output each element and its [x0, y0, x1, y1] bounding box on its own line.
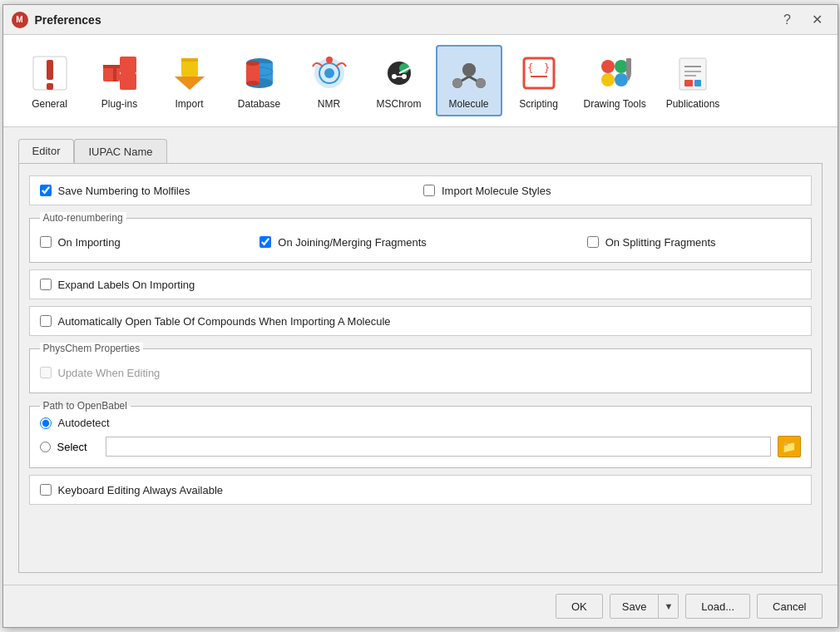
update-when-editing-check[interactable]: Update When Editing: [40, 367, 801, 379]
folder-icon: 📁: [782, 440, 796, 453]
svg-rect-17: [246, 63, 259, 83]
tabs: Editor IUPAC Name: [18, 139, 823, 163]
save-numbering-label: Save Numbering to Molfiles: [58, 185, 190, 197]
expand-labels-check[interactable]: Expand Labels On Importing: [40, 279, 801, 291]
svg-rect-7: [120, 73, 136, 90]
physchem-group: PhysChem Properties Update When Editing: [29, 343, 812, 393]
svg-point-18: [246, 61, 259, 66]
ok-button[interactable]: OK: [556, 594, 603, 619]
keyboard-editing-check[interactable]: Keyboard Editing Always Available: [40, 484, 801, 496]
database-icon: [238, 52, 281, 95]
mschrom-label: MSChrom: [376, 98, 421, 110]
on-importing-label: On Importing: [58, 236, 121, 249]
footer: OK Save ▼ Load... Cancel: [3, 585, 838, 627]
window-title: Preferences: [35, 13, 101, 27]
save-button[interactable]: Save: [610, 595, 660, 618]
select-radio[interactable]: [40, 442, 51, 452]
svg-point-42: [601, 60, 615, 73]
import-molecule-styles-check[interactable]: Import Molecule Styles: [423, 185, 801, 197]
on-importing-check[interactable]: On Importing: [40, 236, 254, 249]
expand-labels-checkbox[interactable]: [40, 279, 52, 290]
sidebar-item-database[interactable]: Database: [226, 45, 293, 116]
save-numbering-checkbox[interactable]: [40, 185, 52, 196]
openbabel-legend: Path to OpenBabel: [40, 400, 131, 412]
plugins-label: Plug-ins: [101, 98, 137, 110]
save-numbering-check[interactable]: Save Numbering to Molfiles: [40, 185, 418, 197]
svg-rect-5: [103, 65, 120, 68]
sidebar-item-drawing-tools[interactable]: Drawing Tools: [576, 45, 655, 116]
folder-browse-button[interactable]: 📁: [778, 436, 801, 457]
on-splitting-check[interactable]: On Splitting Fragments: [587, 236, 801, 249]
save-dropdown-button[interactable]: ▼: [659, 595, 678, 618]
auto-open-table-label: Automatically Open Table Of Compounds Wh…: [58, 315, 391, 328]
title-bar: M Preferences ? ✕: [3, 5, 838, 35]
load-button[interactable]: Load...: [685, 594, 750, 619]
on-joining-checkbox[interactable]: [259, 236, 271, 248]
content-area: Editor IUPAC Name Save Numbering to Molf…: [3, 127, 838, 585]
sidebar-item-plugins[interactable]: Plug-ins: [86, 45, 153, 116]
svg-point-19: [246, 81, 259, 86]
svg-point-45: [615, 73, 628, 86]
nmr-label: NMR: [318, 98, 340, 110]
update-when-editing-checkbox: [40, 367, 52, 378]
import-label: Import: [175, 98, 203, 110]
scripting-label: Scripting: [519, 98, 558, 110]
sidebar-item-scripting[interactable]: { } Scripting: [506, 45, 572, 116]
sidebar-item-general[interactable]: General: [17, 45, 83, 116]
svg-point-36: [476, 78, 486, 88]
drawing-tools-label: Drawing Tools: [584, 98, 646, 110]
nmr-icon: [308, 52, 351, 95]
svg-rect-46: [626, 58, 631, 75]
openbabel-inner: Autodetect Select 📁: [40, 417, 801, 457]
publications-label: Publications: [666, 98, 720, 110]
autodetect-row[interactable]: Autodetect: [40, 417, 801, 429]
auto-open-table-checkbox[interactable]: [40, 315, 52, 327]
openbabel-path-input[interactable]: [106, 437, 771, 457]
on-splitting-checkbox[interactable]: [587, 236, 599, 248]
physchem-row: Update When Editing: [40, 361, 801, 384]
expand-labels-label: Expand Labels On Importing: [58, 279, 195, 291]
scripting-icon: { }: [517, 52, 561, 95]
molecule-label: Molecule: [448, 98, 488, 110]
title-bar-controls: ? ✕: [776, 10, 829, 30]
tab-editor[interactable]: Editor: [18, 139, 75, 163]
plugins-icon: [98, 52, 141, 95]
tab-iupac[interactable]: IUPAC Name: [74, 139, 166, 163]
svg-point-35: [452, 78, 462, 88]
autodetect-radio[interactable]: [40, 417, 52, 429]
row-expand-labels: Expand Labels On Importing: [29, 269, 812, 299]
svg-point-23: [326, 57, 333, 63]
svg-rect-53: [694, 80, 701, 86]
svg-text:{: {: [527, 62, 533, 74]
save-button-group: Save ▼: [610, 594, 679, 619]
import-molecule-styles-checkbox[interactable]: [423, 185, 435, 196]
editor-panel: Save Numbering to Molfiles Import Molecu…: [18, 163, 823, 573]
close-button[interactable]: ✕: [806, 10, 829, 30]
row-auto-open-table: Automatically Open Table Of Compounds Wh…: [29, 306, 812, 336]
preferences-window: M Preferences ? ✕ General: [2, 4, 838, 628]
select-label: Select: [57, 441, 99, 453]
svg-point-44: [601, 73, 615, 86]
keyboard-editing-checkbox[interactable]: [40, 484, 52, 496]
svg-text:}: }: [544, 62, 550, 74]
mschrom-icon: [378, 52, 421, 95]
import-icon: [168, 52, 211, 95]
sidebar-item-mschrom[interactable]: MSChrom: [366, 45, 432, 116]
sidebar-item-import[interactable]: Import: [156, 45, 223, 116]
sidebar-item-publications[interactable]: Publications: [658, 45, 729, 116]
auto-open-table-check[interactable]: Automatically Open Table Of Compounds Wh…: [40, 315, 801, 328]
sidebar-item-molecule[interactable]: Molecule: [436, 45, 502, 116]
svg-point-43: [615, 60, 628, 73]
on-joining-check[interactable]: On Joining/Merging Fragments: [259, 236, 580, 249]
drawing-tools-icon: [593, 52, 636, 95]
sidebar-item-nmr[interactable]: NMR: [296, 45, 363, 116]
general-icon: [28, 52, 72, 95]
on-importing-checkbox[interactable]: [40, 236, 52, 248]
svg-point-37: [462, 63, 476, 77]
help-button[interactable]: ?: [776, 10, 799, 30]
physchem-legend: PhysChem Properties: [40, 343, 144, 354]
openbabel-group: Path to OpenBabel Autodetect Select 📁: [29, 400, 812, 468]
publications-icon: [671, 52, 714, 95]
import-molecule-styles-label: Import Molecule Styles: [442, 185, 551, 197]
cancel-button[interactable]: Cancel: [757, 594, 822, 619]
